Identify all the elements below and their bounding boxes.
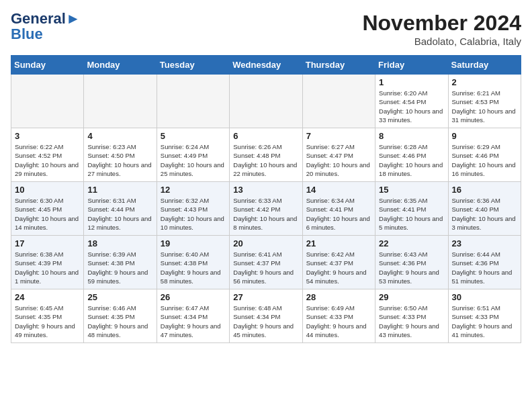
calendar-cell: 30Sunrise: 6:51 AMSunset: 4:33 PMDayligh…: [448, 289, 521, 343]
day-number: 24: [15, 292, 80, 302]
calendar-cell: 26Sunrise: 6:47 AMSunset: 4:34 PMDayligh…: [157, 289, 229, 343]
calendar-cell: 15Sunrise: 6:35 AMSunset: 4:41 PMDayligh…: [375, 182, 448, 236]
day-info: Sunrise: 6:23 AMSunset: 4:50 PMDaylight:…: [87, 142, 152, 178]
day-number: 3: [15, 131, 80, 141]
header-monday: Monday: [84, 56, 157, 75]
calendar-week-5: 24Sunrise: 6:45 AMSunset: 4:35 PMDayligh…: [11, 289, 521, 343]
calendar-cell: 1Sunrise: 6:20 AMSunset: 4:54 PMDaylight…: [375, 75, 448, 128]
day-info: Sunrise: 6:48 AMSunset: 4:34 PMDaylight:…: [233, 304, 298, 339]
day-number: 16: [452, 185, 517, 195]
logo: General► Blue: [11, 11, 81, 43]
day-info: Sunrise: 6:22 AMSunset: 4:52 PMDaylight:…: [15, 142, 80, 178]
calendar-cell: 27Sunrise: 6:48 AMSunset: 4:34 PMDayligh…: [230, 289, 302, 343]
day-number: 5: [161, 131, 226, 141]
day-info: Sunrise: 6:51 AMSunset: 4:33 PMDaylight:…: [452, 304, 517, 339]
calendar-cell: [84, 75, 157, 128]
day-number: 29: [379, 292, 444, 302]
day-number: 15: [379, 185, 444, 195]
day-number: 18: [87, 238, 152, 248]
calendar-cell: 14Sunrise: 6:34 AMSunset: 4:41 PMDayligh…: [302, 182, 375, 236]
day-number: 23: [452, 238, 517, 248]
calendar-cell: 3Sunrise: 6:22 AMSunset: 4:52 PMDaylight…: [11, 128, 84, 182]
day-info: Sunrise: 6:21 AMSunset: 4:53 PMDaylight:…: [452, 89, 517, 124]
logo-blue: Blue: [11, 26, 43, 43]
header-sunday: Sunday: [11, 56, 84, 75]
calendar-cell: [11, 75, 84, 128]
day-number: 19: [161, 238, 226, 248]
calendar-cell: 10Sunrise: 6:30 AMSunset: 4:45 PMDayligh…: [11, 182, 84, 236]
calendar-cell: 22Sunrise: 6:43 AMSunset: 4:36 PMDayligh…: [375, 236, 448, 289]
day-info: Sunrise: 6:27 AMSunset: 4:47 PMDaylight:…: [306, 142, 371, 178]
day-info: Sunrise: 6:40 AMSunset: 4:38 PMDaylight:…: [161, 250, 226, 285]
calendar-cell: 13Sunrise: 6:33 AMSunset: 4:42 PMDayligh…: [230, 182, 302, 236]
day-number: 9: [452, 131, 517, 141]
day-info: Sunrise: 6:50 AMSunset: 4:33 PMDaylight:…: [379, 304, 444, 339]
day-number: 21: [306, 238, 371, 248]
calendar-cell: 17Sunrise: 6:38 AMSunset: 4:39 PMDayligh…: [11, 236, 84, 289]
day-number: 27: [233, 292, 298, 302]
day-number: 6: [233, 131, 298, 141]
calendar-cell: [157, 75, 229, 128]
calendar-cell: 23Sunrise: 6:44 AMSunset: 4:36 PMDayligh…: [448, 236, 521, 289]
calendar-week-4: 17Sunrise: 6:38 AMSunset: 4:39 PMDayligh…: [11, 236, 521, 289]
calendar-cell: 19Sunrise: 6:40 AMSunset: 4:38 PMDayligh…: [157, 236, 229, 289]
day-info: Sunrise: 6:38 AMSunset: 4:39 PMDaylight:…: [15, 250, 80, 285]
calendar-header-row: SundayMondayTuesdayWednesdayThursdayFrid…: [11, 56, 521, 75]
month-title: November 2024: [362, 11, 521, 36]
day-number: 14: [306, 185, 371, 195]
calendar-cell: 21Sunrise: 6:42 AMSunset: 4:37 PMDayligh…: [302, 236, 375, 289]
calendar-cell: 6Sunrise: 6:26 AMSunset: 4:48 PMDaylight…: [230, 128, 302, 182]
day-number: 22: [379, 238, 444, 248]
header-tuesday: Tuesday: [157, 56, 229, 75]
day-info: Sunrise: 6:45 AMSunset: 4:35 PMDaylight:…: [15, 304, 80, 339]
day-number: 8: [379, 131, 444, 141]
header-wednesday: Wednesday: [230, 56, 302, 75]
logo-text: General►: [11, 11, 81, 27]
day-number: 28: [306, 292, 371, 302]
calendar-cell: 16Sunrise: 6:36 AMSunset: 4:40 PMDayligh…: [448, 182, 521, 236]
calendar-cell: 2Sunrise: 6:21 AMSunset: 4:53 PMDaylight…: [448, 75, 521, 128]
calendar-cell: 4Sunrise: 6:23 AMSunset: 4:50 PMDaylight…: [84, 128, 157, 182]
day-info: Sunrise: 6:31 AMSunset: 4:44 PMDaylight:…: [87, 196, 152, 232]
day-number: 13: [233, 185, 298, 195]
day-number: 7: [306, 131, 371, 141]
calendar-cell: 8Sunrise: 6:28 AMSunset: 4:46 PMDaylight…: [375, 128, 448, 182]
calendar-body: 1Sunrise: 6:20 AMSunset: 4:54 PMDaylight…: [11, 75, 521, 343]
day-number: 12: [161, 185, 226, 195]
day-number: 26: [161, 292, 226, 302]
page-header: General► Blue November 2024 Badolato, Ca…: [11, 11, 521, 47]
header-friday: Friday: [375, 56, 448, 75]
calendar-cell: 29Sunrise: 6:50 AMSunset: 4:33 PMDayligh…: [375, 289, 448, 343]
day-info: Sunrise: 6:34 AMSunset: 4:41 PMDaylight:…: [306, 196, 371, 232]
day-number: 2: [452, 77, 517, 87]
calendar-week-1: 1Sunrise: 6:20 AMSunset: 4:54 PMDaylight…: [11, 75, 521, 128]
calendar-cell: 11Sunrise: 6:31 AMSunset: 4:44 PMDayligh…: [84, 182, 157, 236]
calendar-cell: 12Sunrise: 6:32 AMSunset: 4:43 PMDayligh…: [157, 182, 229, 236]
day-number: 20: [233, 238, 298, 248]
day-number: 10: [15, 185, 80, 195]
day-info: Sunrise: 6:44 AMSunset: 4:36 PMDaylight:…: [452, 250, 517, 285]
calendar-cell: [230, 75, 302, 128]
day-number: 25: [87, 292, 152, 302]
header-saturday: Saturday: [448, 56, 521, 75]
calendar-cell: 5Sunrise: 6:24 AMSunset: 4:49 PMDaylight…: [157, 128, 229, 182]
day-number: 11: [87, 185, 152, 195]
title-area: November 2024 Badolato, Calabria, Italy: [362, 11, 521, 47]
calendar-cell: [302, 75, 375, 128]
day-info: Sunrise: 6:28 AMSunset: 4:46 PMDaylight:…: [379, 142, 444, 178]
day-number: 30: [452, 292, 517, 302]
calendar-cell: 28Sunrise: 6:49 AMSunset: 4:33 PMDayligh…: [302, 289, 375, 343]
day-info: Sunrise: 6:20 AMSunset: 4:54 PMDaylight:…: [379, 89, 444, 124]
calendar-cell: 25Sunrise: 6:46 AMSunset: 4:35 PMDayligh…: [84, 289, 157, 343]
day-info: Sunrise: 6:49 AMSunset: 4:33 PMDaylight:…: [306, 304, 371, 339]
calendar-cell: 20Sunrise: 6:41 AMSunset: 4:37 PMDayligh…: [230, 236, 302, 289]
location: Badolato, Calabria, Italy: [362, 36, 521, 47]
day-info: Sunrise: 6:30 AMSunset: 4:45 PMDaylight:…: [15, 196, 80, 232]
day-info: Sunrise: 6:42 AMSunset: 4:37 PMDaylight:…: [306, 250, 371, 285]
calendar-cell: 24Sunrise: 6:45 AMSunset: 4:35 PMDayligh…: [11, 289, 84, 343]
calendar-cell: 18Sunrise: 6:39 AMSunset: 4:38 PMDayligh…: [84, 236, 157, 289]
day-info: Sunrise: 6:35 AMSunset: 4:41 PMDaylight:…: [379, 196, 444, 232]
header-thursday: Thursday: [302, 56, 375, 75]
day-info: Sunrise: 6:41 AMSunset: 4:37 PMDaylight:…: [233, 250, 298, 285]
calendar-table: SundayMondayTuesdayWednesdayThursdayFrid…: [11, 55, 521, 343]
